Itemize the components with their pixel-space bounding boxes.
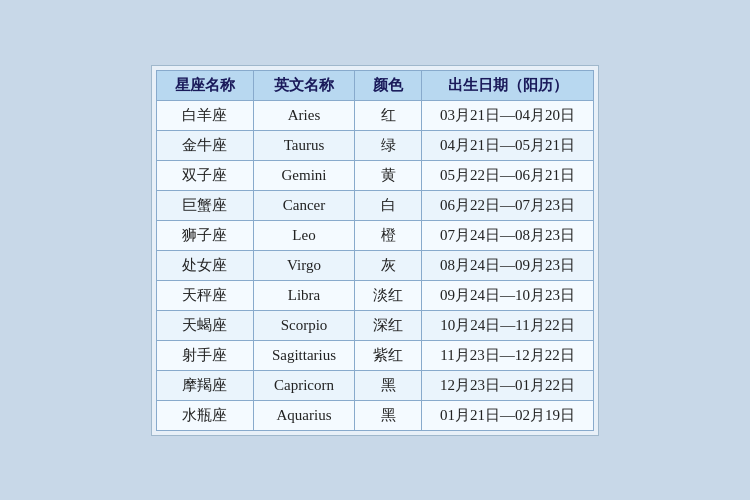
cell-english: Capricorn — [253, 370, 354, 400]
table-row: 金牛座Taurus绿04月21日—05月21日 — [156, 130, 593, 160]
zodiac-table-wrapper: 星座名称 英文名称 颜色 出生日期（阳历） 白羊座Aries红03月21日—04… — [151, 65, 599, 436]
cell-color: 橙 — [355, 220, 422, 250]
table-row: 天秤座Libra淡红09月24日—10月23日 — [156, 280, 593, 310]
table-row: 水瓶座Aquarius黑01月21日—02月19日 — [156, 400, 593, 430]
table-header-row: 星座名称 英文名称 颜色 出生日期（阳历） — [156, 70, 593, 100]
cell-color: 灰 — [355, 250, 422, 280]
table-row: 白羊座Aries红03月21日—04月20日 — [156, 100, 593, 130]
cell-chinese: 天秤座 — [156, 280, 253, 310]
cell-dates: 04月21日—05月21日 — [422, 130, 594, 160]
table-row: 处女座Virgo灰08月24日—09月23日 — [156, 250, 593, 280]
cell-dates: 11月23日—12月22日 — [422, 340, 594, 370]
table-row: 双子座Gemini黄05月22日—06月21日 — [156, 160, 593, 190]
cell-dates: 12月23日—01月22日 — [422, 370, 594, 400]
cell-dates: 01月21日—02月19日 — [422, 400, 594, 430]
cell-english: Gemini — [253, 160, 354, 190]
col-header-dates: 出生日期（阳历） — [422, 70, 594, 100]
cell-english: Leo — [253, 220, 354, 250]
cell-english: Scorpio — [253, 310, 354, 340]
col-header-english: 英文名称 — [253, 70, 354, 100]
cell-color: 黑 — [355, 370, 422, 400]
table-row: 射手座Sagittarius紫红11月23日—12月22日 — [156, 340, 593, 370]
table-row: 天蝎座Scorpio深红10月24日—11月22日 — [156, 310, 593, 340]
cell-english: Taurus — [253, 130, 354, 160]
cell-english: Libra — [253, 280, 354, 310]
cell-dates: 07月24日—08月23日 — [422, 220, 594, 250]
col-header-chinese: 星座名称 — [156, 70, 253, 100]
cell-dates: 08月24日—09月23日 — [422, 250, 594, 280]
cell-chinese: 巨蟹座 — [156, 190, 253, 220]
table-row: 巨蟹座Cancer白06月22日—07月23日 — [156, 190, 593, 220]
cell-english: Virgo — [253, 250, 354, 280]
cell-chinese: 白羊座 — [156, 100, 253, 130]
cell-dates: 09月24日—10月23日 — [422, 280, 594, 310]
cell-english: Cancer — [253, 190, 354, 220]
cell-chinese: 狮子座 — [156, 220, 253, 250]
cell-color: 红 — [355, 100, 422, 130]
cell-dates: 06月22日—07月23日 — [422, 190, 594, 220]
cell-color: 淡红 — [355, 280, 422, 310]
cell-color: 白 — [355, 190, 422, 220]
table-row: 摩羯座Capricorn黑12月23日—01月22日 — [156, 370, 593, 400]
zodiac-table: 星座名称 英文名称 颜色 出生日期（阳历） 白羊座Aries红03月21日—04… — [156, 70, 594, 431]
cell-chinese: 水瓶座 — [156, 400, 253, 430]
table-row: 狮子座Leo橙07月24日—08月23日 — [156, 220, 593, 250]
cell-color: 深红 — [355, 310, 422, 340]
col-header-color: 颜色 — [355, 70, 422, 100]
cell-color: 黄 — [355, 160, 422, 190]
cell-color: 绿 — [355, 130, 422, 160]
cell-chinese: 金牛座 — [156, 130, 253, 160]
cell-dates: 10月24日—11月22日 — [422, 310, 594, 340]
cell-dates: 03月21日—04月20日 — [422, 100, 594, 130]
cell-color: 紫红 — [355, 340, 422, 370]
cell-chinese: 射手座 — [156, 340, 253, 370]
cell-english: Aries — [253, 100, 354, 130]
cell-chinese: 摩羯座 — [156, 370, 253, 400]
cell-color: 黑 — [355, 400, 422, 430]
cell-english: Sagittarius — [253, 340, 354, 370]
cell-chinese: 双子座 — [156, 160, 253, 190]
cell-english: Aquarius — [253, 400, 354, 430]
cell-chinese: 处女座 — [156, 250, 253, 280]
cell-dates: 05月22日—06月21日 — [422, 160, 594, 190]
cell-chinese: 天蝎座 — [156, 310, 253, 340]
